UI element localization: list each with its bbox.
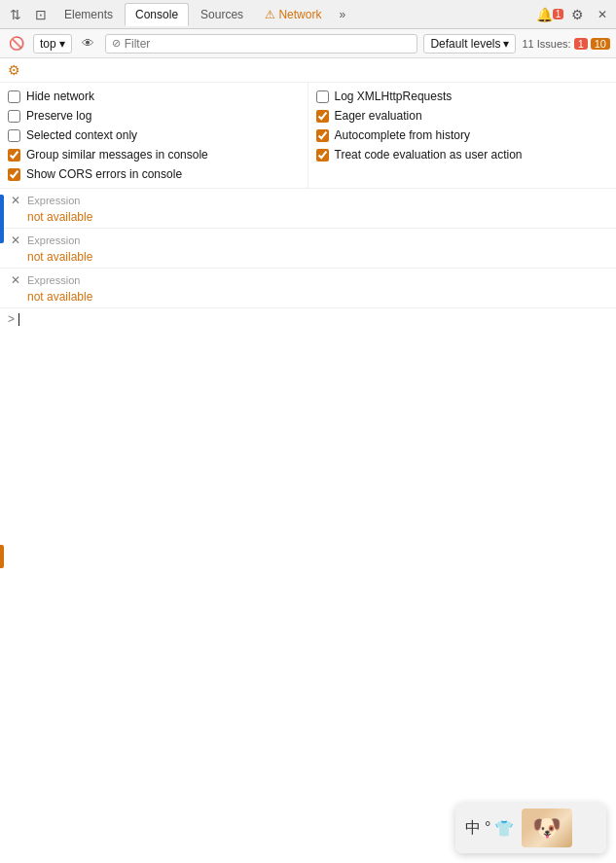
checkbox-cors-errors[interactable]: Show CORS errors in console	[8, 164, 300, 184]
tab-sources[interactable]: Sources	[191, 4, 253, 25]
checkbox-log-xhr[interactable]: Log XMLHttpRequests	[316, 87, 609, 106]
tab-bar-left: ⇅ ⊡ Elements Console Sources ⚠ Network »	[4, 3, 351, 26]
ime-char-3: 👕	[494, 819, 514, 838]
checkbox-selected-context-label: Selected context only	[26, 128, 137, 142]
level-arrow: ▾	[503, 37, 509, 51]
console-toolbar: 🚫 top ▾ 👁 ⊘ Default levels ▾ 11 Issues: …	[0, 29, 616, 58]
settings-grid: Hide network Preserve log Selected conte…	[0, 83, 616, 189]
expression-value-2: not available	[8, 250, 608, 264]
checkbox-log-xhr-label: Log XMLHttpRequests	[335, 90, 453, 103]
checkbox-cors-errors-input[interactable]	[8, 168, 20, 181]
ime-dog-image: 🐶	[522, 809, 572, 847]
ime-widget: 中 ° 👕 🐶	[455, 803, 606, 853]
checkbox-autocomplete[interactable]: Autocomplete from history	[316, 126, 609, 145]
expression-header-2: ✕ Expression	[8, 233, 608, 248]
tab-elements[interactable]: Elements	[54, 4, 123, 25]
settings-col-left: Hide network Preserve log Selected conte…	[0, 83, 308, 188]
console-input-row: >	[0, 308, 616, 330]
checkbox-treat-code[interactable]: Treat code evaluation as user action	[316, 145, 609, 164]
expression-remove-btn-3[interactable]: ✕	[8, 272, 23, 288]
checkbox-selected-context[interactable]: Selected context only	[8, 126, 300, 145]
filter-input[interactable]	[125, 37, 412, 51]
expression-header-3: ✕ Expression	[8, 272, 608, 288]
expression-value-3: not available	[8, 290, 608, 304]
checkbox-selected-context-input[interactable]	[8, 129, 20, 142]
expression-label-3: Expression	[27, 274, 80, 286]
checkbox-group-messages-label: Group similar messages in console	[26, 148, 208, 162]
checkbox-preserve-log[interactable]: Preserve log	[8, 106, 300, 126]
clear-console-btn[interactable]: 🚫	[6, 33, 27, 54]
close-devtools-btn[interactable]: ✕	[593, 5, 612, 24]
console-output-area	[0, 330, 616, 852]
expression-value-1: not available	[8, 210, 608, 224]
left-edge-indicator-orange	[0, 545, 4, 568]
expression-row-3: ✕ Expression not available	[0, 269, 616, 308]
checkbox-preserve-log-label: Preserve log	[26, 109, 91, 123]
notification-btn[interactable]: 🔔 1	[538, 3, 562, 26]
devtools-toggle-btn[interactable]: ⇅	[4, 3, 27, 26]
ime-char-2: °	[485, 819, 490, 837]
checkbox-eager-eval-input[interactable]	[316, 110, 329, 123]
settings-col-right: Log XMLHttpRequests Eager evaluation Aut…	[308, 83, 617, 188]
expression-remove-btn-2[interactable]: ✕	[8, 233, 23, 248]
eye-btn[interactable]: 👁	[78, 33, 99, 54]
checkbox-eager-eval-label: Eager evaluation	[335, 109, 422, 123]
expression-remove-btn-1[interactable]: ✕	[8, 193, 23, 208]
checkbox-preserve-log-input[interactable]	[8, 110, 20, 123]
settings-bar: ⚙	[0, 58, 616, 83]
ime-text: 中 ° 👕	[465, 818, 514, 839]
expression-row-2: ✕ Expression not available	[0, 229, 616, 269]
expression-row-1: ✕ Expression not available	[0, 189, 616, 229]
notification-count: 1	[553, 9, 564, 19]
filter-icon: ⊘	[112, 37, 121, 50]
issues-label: 11 Issues:	[522, 38, 570, 50]
issues-badge: 11 Issues: 1 10	[522, 38, 610, 50]
warning-badge: 10	[591, 38, 610, 50]
tab-more-btn[interactable]: »	[333, 6, 351, 23]
checkbox-eager-eval[interactable]: Eager evaluation	[316, 106, 609, 126]
gear-icon: ⚙	[8, 62, 20, 78]
level-selector[interactable]: Default levels ▾	[423, 34, 516, 54]
filter-box[interactable]: ⊘	[105, 34, 418, 54]
context-selector[interactable]: top ▾	[33, 34, 72, 54]
checkbox-hide-network-label: Hide network	[26, 90, 94, 103]
context-value: top	[40, 37, 56, 51]
console-input-field[interactable]	[18, 312, 19, 326]
level-label: Default levels	[430, 37, 500, 51]
left-edge-indicator-blue	[0, 195, 4, 243]
checkbox-group-messages-input[interactable]	[8, 149, 20, 162]
expression-label-1: Expression	[27, 195, 80, 206]
checkbox-treat-code-label: Treat code evaluation as user action	[335, 148, 523, 162]
checkbox-cors-errors-label: Show CORS errors in console	[26, 167, 182, 181]
tab-network[interactable]: ⚠ Network	[255, 4, 331, 25]
checkbox-group-messages[interactable]: Group similar messages in console	[8, 145, 300, 164]
cursor	[18, 313, 19, 326]
console-chevron-icon: >	[8, 312, 15, 326]
tab-bar: ⇅ ⊡ Elements Console Sources ⚠ Network »…	[0, 0, 616, 29]
error-badge: 1	[574, 38, 588, 50]
tab-bar-right: 🔔 1 ⚙ ✕	[538, 3, 612, 26]
ime-char-1: 中	[465, 818, 481, 839]
checkbox-log-xhr-input[interactable]	[316, 90, 329, 103]
tab-console[interactable]: Console	[125, 3, 189, 26]
checkbox-autocomplete-label: Autocomplete from history	[335, 128, 470, 142]
checkbox-treat-code-input[interactable]	[316, 149, 329, 162]
expression-header-1: ✕ Expression	[8, 193, 608, 208]
dock-btn[interactable]: ⊡	[29, 3, 53, 26]
context-arrow: ▾	[59, 37, 65, 51]
checkbox-autocomplete-input[interactable]	[316, 129, 329, 142]
checkbox-hide-network[interactable]: Hide network	[8, 87, 300, 106]
expression-label-2: Expression	[27, 234, 80, 246]
settings-gear-btn[interactable]: ⚙	[565, 3, 589, 26]
checkbox-hide-network-input[interactable]	[8, 90, 20, 103]
